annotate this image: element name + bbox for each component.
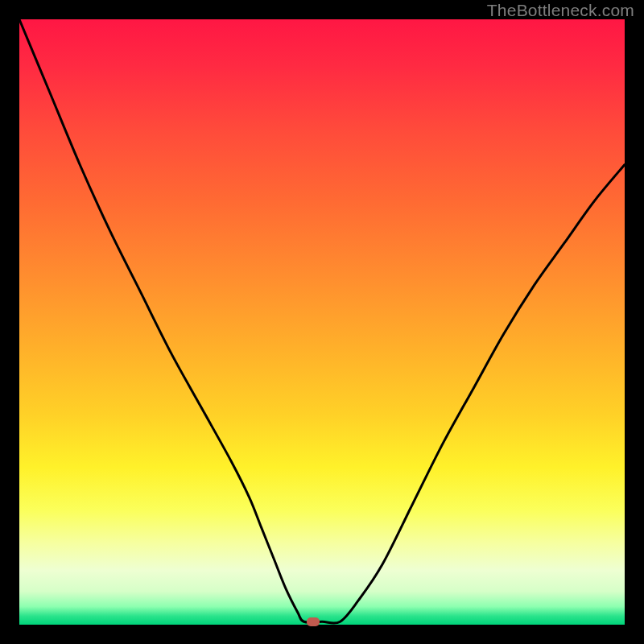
bottleneck-curve [19,19,625,625]
plot-area [19,19,625,625]
chart-frame: TheBottleneck.com [0,0,644,644]
optimal-point-marker [307,617,320,626]
watermark-text: TheBottleneck.com [487,1,634,20]
